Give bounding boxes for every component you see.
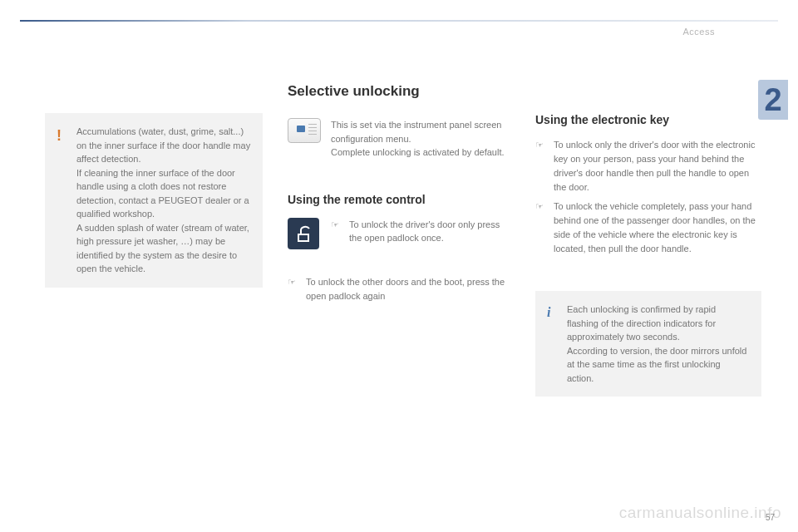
section-label: Access [683,27,715,37]
column-middle: Selective unlocking This is set via the … [288,83,510,397]
header-rule [20,20,778,22]
remote-row: ☞ To unlock the driver's door only press… [288,218,510,250]
ek-bullet-1: To unlock only the driver's door with th… [554,138,761,195]
warning-text: Accumulations (water, dust, grime, salt.… [76,126,250,273]
list-item: ☞ To unlock only the driver's door with … [535,138,761,195]
remote-bullet-2-text: To unlock the other doors and the boot, … [306,275,510,303]
instrument-panel-text: This is set via the instrument panel scr… [331,118,510,160]
warning-box: ! Accumulations (water, dust, grime, sal… [45,113,263,288]
bullet-mark-icon: ☞ [535,200,545,256]
selective-unlocking-title: Selective unlocking [288,83,510,100]
electronic-key-title: Using the electronic key [535,113,761,126]
remote-bullet-2: ☞ To unlock the other doors and the boot… [288,275,510,303]
remote-control-title: Using the remote control [288,193,510,206]
bullet-mark-icon: ☞ [535,138,545,195]
watermark: carmanualsonline.info [619,504,781,522]
remote-bullet-1: ☞ To unlock the driver's door only press… [331,218,510,250]
column-right: Using the electronic key ☞ To unlock onl… [535,83,761,397]
chapter-badge: 2 [758,80,788,120]
remote-bullet-1-text: To unlock the driver's door only press t… [349,218,510,245]
exclamation-icon: ! [57,125,62,147]
info-box: i Each unlocking is confirmed by rapid f… [535,291,761,397]
electronic-key-bullets: ☞ To unlock only the driver's door with … [535,138,761,256]
ek-bullet-2: To unlock the vehicle completely, pass y… [554,200,761,256]
bullet-mark-icon: ☞ [331,218,341,245]
page-content: ! Accumulations (water, dust, grime, sal… [45,83,748,397]
open-padlock-icon [288,218,321,248]
info-text: Each unlocking is confirmed by rapid fla… [567,304,746,383]
column-left: ! Accumulations (water, dust, grime, sal… [45,83,263,397]
page-number: 57 [766,513,775,522]
instrument-panel-icon [288,118,321,148]
instrument-panel-row: This is set via the instrument panel scr… [288,118,510,160]
info-icon: i [547,303,550,323]
bullet-mark-icon: ☞ [288,275,298,303]
list-item: ☞ To unlock the vehicle completely, pass… [535,200,761,256]
